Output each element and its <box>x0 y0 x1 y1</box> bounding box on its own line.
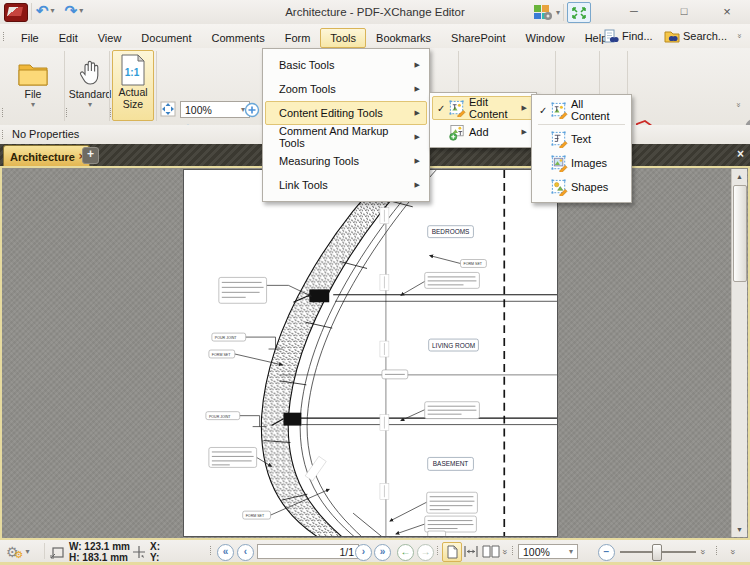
edit-content-icon <box>449 100 469 117</box>
zoom-more-icon[interactable]: » <box>698 549 708 554</box>
folder-icon <box>17 60 49 88</box>
last-page-button[interactable]: » <box>374 544 391 561</box>
menu-item-all-content[interactable]: ✓ All Content <box>534 98 629 122</box>
minimize-button[interactable]: ─ <box>620 3 648 21</box>
wall-face-line <box>307 170 442 536</box>
previous-page-button[interactable]: ‹ <box>237 544 254 561</box>
check-icon: ✓ <box>539 105 551 116</box>
menu-item-images[interactable]: Images <box>534 151 629 175</box>
toolbar-grip[interactable] <box>110 108 115 117</box>
search-label: Search... <box>683 30 727 42</box>
menu-document[interactable]: Document <box>131 28 201 48</box>
content-editing-submenu: ✓ Edit Content ▶ <box>429 92 537 148</box>
menu-separator <box>538 124 625 125</box>
new-tab-button[interactable]: + <box>82 147 99 164</box>
page-number-input[interactable]: 1/1 <box>257 544 359 559</box>
submenu-arrow-icon: ▶ <box>415 157 420 165</box>
single-page-icon <box>447 545 458 559</box>
toolbar-grip[interactable] <box>512 546 517 555</box>
svg-text:FORM SET: FORM SET <box>212 353 231 357</box>
redo-button[interactable]: ↷ <box>65 2 78 19</box>
menu-bookmarks[interactable]: Bookmarks <box>366 28 441 48</box>
first-page-button[interactable]: « <box>217 544 234 561</box>
standard-dropdown-icon: ▾ <box>88 100 92 109</box>
scroll-up-icon[interactable]: ▲ <box>732 169 747 184</box>
menu-file[interactable]: File <box>11 28 49 48</box>
text-content-icon <box>551 131 571 148</box>
menu-item-edit-content[interactable]: ✓ Edit Content ▶ <box>432 96 534 120</box>
height-readout: H: 183.1 mm <box>69 552 130 563</box>
menu-item-shapes[interactable]: Shapes <box>534 175 629 199</box>
add-content-icon <box>449 124 469 141</box>
toolbar-grip[interactable] <box>66 108 71 117</box>
toolbar-grip[interactable] <box>3 32 8 41</box>
fit-width-view-icon[interactable] <box>463 545 479 560</box>
status-options-button[interactable]: ⚙ ⚙ ▾ <box>6 543 30 560</box>
file-button[interactable]: File ▾ <box>6 51 60 122</box>
close-button[interactable]: × <box>713 3 741 21</box>
menu-edit[interactable]: Edit <box>49 28 88 48</box>
undo-dropdown-icon[interactable]: ▾ <box>51 6 55 15</box>
toolbar-grip[interactable] <box>2 108 7 117</box>
fit-page-icon[interactable] <box>160 101 176 119</box>
menu-comments[interactable]: Comments <box>202 28 275 48</box>
menu-item-measuring-tools[interactable]: Measuring Tools ▶ <box>265 149 427 173</box>
toolbar-grip[interactable] <box>210 546 215 555</box>
scroll-down-icon[interactable]: ▼ <box>732 522 747 537</box>
menu-item-text[interactable]: Text <box>534 127 629 151</box>
single-page-view-button[interactable] <box>442 542 462 562</box>
maximize-button[interactable]: □ <box>670 3 698 21</box>
toolbar-grip[interactable] <box>2 130 7 139</box>
search-button[interactable]: Search... <box>660 27 731 45</box>
menu-sharepoint[interactable]: SharePoint <box>441 28 515 48</box>
two-page-view-icon[interactable] <box>482 545 500 560</box>
menu-item-content-editing-tools[interactable]: Content Editing Tools ▶ <box>265 101 427 125</box>
layout-more-icon[interactable]: » <box>500 549 510 554</box>
status-zoom-value: 100% <box>523 546 550 558</box>
svg-text:1:1: 1:1 <box>125 67 140 78</box>
submenu-arrow-icon: ▶ <box>522 128 527 136</box>
menu-form[interactable]: Form <box>275 28 321 48</box>
menu-item-link-tools[interactable]: Link Tools ▶ <box>265 173 427 197</box>
menubar-overflow-icon[interactable]: » <box>735 34 744 37</box>
menu-item-comment-and-markup-tools[interactable]: Comment And Markup Tools ▶ <box>265 125 427 149</box>
page-size-readout: W: 123.1 mm H: 183.1 mm <box>50 541 130 563</box>
y-readout: Y: <box>150 552 160 563</box>
scrollbar-thumb[interactable] <box>733 185 747 282</box>
redo-dropdown-icon[interactable]: ▾ <box>79 6 83 15</box>
app-logo-icon[interactable] <box>4 3 28 22</box>
tab-bar-close-icon[interactable]: × <box>733 147 748 162</box>
next-page-button[interactable]: › <box>355 544 372 561</box>
menu-item-zoom-tools[interactable]: Zoom Tools ▶ <box>265 77 427 101</box>
next-view-button[interactable]: → <box>417 544 434 561</box>
zoom-slider-handle[interactable] <box>652 544 662 561</box>
statusbar-overflow-icon[interactable]: » <box>728 549 738 554</box>
zoom-out-slider-button[interactable]: − <box>598 544 615 561</box>
menu-window[interactable]: Window <box>516 28 575 48</box>
menu-item-basic-tools[interactable]: Basic Tools ▶ <box>265 53 427 77</box>
standard-tool-button[interactable]: Standard ▾ <box>67 51 113 122</box>
undo-button[interactable]: ↶ <box>36 2 49 19</box>
toolbar-overflow-icon[interactable]: » <box>734 103 743 106</box>
find-button[interactable]: Find... <box>600 27 657 45</box>
tab-architecture[interactable]: Architecture × <box>3 145 90 167</box>
previous-view-button[interactable]: ← <box>397 544 414 561</box>
annotation-notes <box>209 272 480 536</box>
svg-text:FORM SET: FORM SET <box>463 262 482 266</box>
menu-tools[interactable]: Tools <box>320 28 366 48</box>
zoom-level-value: 100% <box>185 104 212 116</box>
images-content-icon <box>551 155 571 172</box>
document-page[interactable]: POUR JOINT POUR JOINT FORM SET FORM SET … <box>183 169 558 537</box>
zoom-level-combo[interactable]: 100% ▾ <box>180 101 250 118</box>
vertical-scrollbar[interactable]: ▲ ▼ <box>731 169 747 537</box>
zoom-in-tool-icon[interactable] <box>244 102 260 120</box>
fullscreen-button[interactable] <box>567 2 591 23</box>
ui-options-icon[interactable] <box>533 3 553 23</box>
menu-item-add[interactable]: Add ▶ <box>432 120 534 144</box>
toolbar-grip[interactable] <box>716 546 721 555</box>
title-bar: Architecture - PDF-XChange Editor ↶ ▾ ↷ … <box>0 0 750 25</box>
status-zoom-combo[interactable]: 100% ▾ <box>518 544 578 559</box>
ui-options-dropdown-icon[interactable]: ▾ <box>556 8 560 17</box>
menu-view[interactable]: View <box>88 28 132 48</box>
actual-size-button[interactable]: 1:1 Actual Size <box>112 50 154 121</box>
